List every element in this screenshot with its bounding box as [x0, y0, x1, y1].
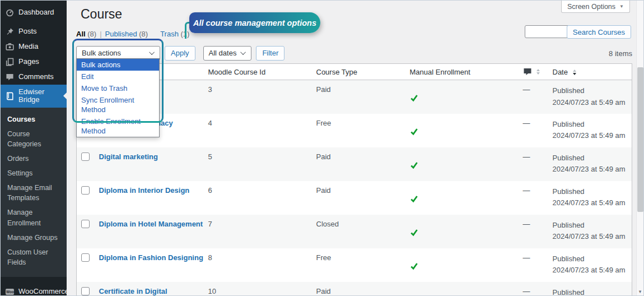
- view-filter-published[interactable]: Published (8): [105, 30, 148, 38]
- main-content: Screen Options ▼ Course Search Courses A…: [67, 1, 643, 295]
- annotation-callout-text: All course management options: [193, 18, 316, 27]
- dropdown-option-sync-enrollment-method[interactable]: Sync Enrollment Method: [77, 94, 159, 115]
- chevron-down-icon: ▼: [619, 4, 624, 9]
- publish-date: 2024/07/23 at 5:49 am: [553, 97, 628, 108]
- submenu-item-courses[interactable]: Courses: [1, 112, 67, 127]
- submenu-item-manage-enrollment[interactable]: Manage Enrollment: [1, 205, 67, 230]
- row-checkbox[interactable]: [81, 220, 90, 228]
- column-comments[interactable]: [523, 63, 553, 80]
- items-count: 8 items: [609, 49, 632, 58]
- publish-date: 2024/07/23 at 5:49 am: [553, 265, 628, 276]
- course-name-link[interactable]: Certificate in Digital Photography: [99, 287, 167, 296]
- column-moodle-course-id: Moodle Course Id: [208, 63, 316, 80]
- view-filter-count: (1): [179, 30, 190, 38]
- check-icon: [410, 195, 519, 203]
- sidebar-item-label: Posts: [18, 27, 37, 35]
- sidebar-item-woocommerce[interactable]: WooWooCommerce: [1, 284, 67, 296]
- dropdown-option-move-to-trash[interactable]: Move to Trash: [77, 82, 159, 94]
- sidebar-item-media[interactable]: Media: [1, 39, 67, 54]
- dropdown-option-enable-enrollment-method[interactable]: Enable Enrollment Method: [77, 115, 159, 137]
- comments-cell: —: [523, 147, 553, 181]
- course-name-link[interactable]: Diploma in Hotel Management: [99, 220, 203, 228]
- table-row: Diploma in Fashion Designing 8 Free — Pu…: [77, 248, 632, 282]
- moodle-course-id-cell: 8: [208, 248, 316, 282]
- pages-icon: [6, 58, 14, 66]
- filter-button[interactable]: Filter: [256, 46, 284, 61]
- table-row: Diploma in Interior Design 6 Paid — Publ…: [77, 181, 632, 215]
- submenu-item-course-categories[interactable]: Course Categories: [1, 127, 67, 151]
- chevron-down-icon: [241, 50, 246, 55]
- view-filter-trash[interactable]: Trash (1): [160, 30, 189, 38]
- screen-options-button[interactable]: Screen Options ▼: [561, 1, 630, 13]
- submenu-item-settings[interactable]: Settings: [1, 166, 67, 181]
- view-filter-label: Published: [105, 30, 137, 38]
- book-icon: [6, 92, 14, 100]
- submenu-item-manage-groups[interactable]: Manage Groups: [1, 230, 67, 245]
- table-row: Diploma in Hotel Management 7 Closed — P…: [77, 215, 632, 248]
- sidebar-item-posts[interactable]: Posts: [1, 24, 67, 39]
- sidebar-item-label: Dashboard: [18, 8, 54, 16]
- column-manual-enrollment: Manual Enrollment: [410, 63, 523, 80]
- sidebar-item-label: WooCommerce: [18, 288, 69, 295]
- pin-icon: [6, 27, 14, 36]
- course-name-link[interactable]: Diploma in Interior Design: [99, 186, 190, 195]
- annotation-callout: All course management options: [189, 12, 320, 33]
- view-separator: |: [100, 30, 101, 38]
- check-icon: [410, 228, 519, 237]
- sidebar-item-pages[interactable]: Pages: [1, 54, 67, 70]
- view-filter-all[interactable]: All (8): [76, 30, 96, 38]
- submenu-item-manage-email-templates[interactable]: Manage Email Templates: [1, 181, 67, 205]
- course-name-link[interactable]: Diploma in Fashion Designing: [99, 253, 203, 262]
- course-type-cell: Free: [316, 114, 410, 147]
- moodle-course-id-cell: 10: [208, 282, 316, 296]
- sidebar-item-label: Media: [18, 43, 38, 50]
- row-checkbox[interactable]: [81, 186, 90, 195]
- comments-cell: —: [523, 181, 553, 215]
- search-courses-button[interactable]: Search Courses: [567, 25, 631, 39]
- submenu-item-orders[interactable]: Orders: [1, 151, 67, 166]
- sidebar-top-menu: DashboardPostsMediaPagesComments: [1, 5, 67, 85]
- sidebar-item-comments[interactable]: Comments: [1, 70, 67, 85]
- sidebar-item-label: Comments: [18, 73, 54, 81]
- view-filter-count: (8): [86, 30, 97, 38]
- row-checkbox[interactable]: [81, 287, 90, 295]
- bulk-actions-selected-value: Bulk actions: [82, 49, 121, 57]
- row-checkbox[interactable]: [81, 152, 90, 161]
- dropdown-option-bulk-actions[interactable]: Bulk actions: [77, 59, 159, 71]
- course-type-cell: Paid: [316, 80, 410, 114]
- sort-arrows-icon: [573, 70, 576, 75]
- course-type-cell: Free: [316, 248, 410, 282]
- dates-filter-select[interactable]: All dates: [203, 46, 252, 61]
- publish-date: 2024/07/23 at 5:49 am: [553, 231, 628, 242]
- dropdown-option-edit[interactable]: Edit: [77, 71, 159, 82]
- column-date-label: Date: [553, 68, 568, 76]
- moodle-course-id-cell: 3: [208, 80, 316, 114]
- sidebar-item-edwiser-bridge[interactable]: Edwiser Bridge: [1, 85, 67, 108]
- page-title: Course: [81, 6, 632, 23]
- publish-status: Published: [553, 119, 628, 130]
- vertical-scrollbar[interactable]: ▾: [636, 1, 643, 295]
- publish-date: 2024/07/23 at 5:49 am: [553, 197, 628, 209]
- comments-cell: —: [523, 215, 553, 248]
- apply-button[interactable]: Apply: [165, 46, 195, 61]
- course-type-cell: Closed: [316, 215, 410, 248]
- scrollbar-down-arrow[interactable]: ▾: [637, 289, 643, 294]
- check-icon: [410, 94, 519, 102]
- dashboard-icon: [6, 8, 14, 17]
- scrollbar-thumb[interactable]: [637, 67, 643, 212]
- publish-status: Published: [553, 186, 628, 197]
- course-type-cell: Paid: [316, 181, 410, 215]
- admin-sidebar: DashboardPostsMediaPagesComments Edwiser…: [1, 1, 67, 295]
- moodle-course-id-cell: 4: [208, 114, 316, 147]
- row-checkbox[interactable]: [81, 253, 90, 262]
- table-row: Diploma in Pharmacy 4 Free — Published 2…: [77, 114, 632, 147]
- publish-status: Published: [553, 253, 628, 265]
- comment-bubble-icon: [523, 67, 532, 76]
- table-row: Digital marketing 5 Paid — Published 202…: [77, 147, 632, 181]
- app-window: DashboardPostsMediaPagesComments Edwiser…: [0, 0, 644, 296]
- column-date[interactable]: Date: [553, 63, 632, 80]
- sidebar-item-dashboard[interactable]: Dashboard: [1, 5, 67, 20]
- course-name-link[interactable]: Digital marketing: [99, 152, 158, 161]
- edwiser-bridge-submenu: CoursesCourse CategoriesOrdersSettingsMa…: [1, 108, 67, 278]
- submenu-item-custom-user-fields[interactable]: Custom User Fields: [1, 245, 67, 270]
